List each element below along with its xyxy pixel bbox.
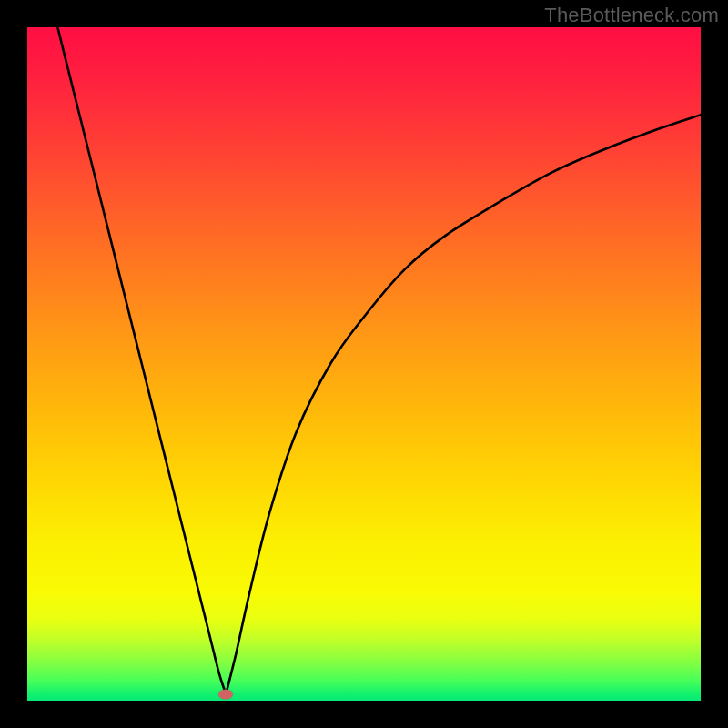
curve-left-branch xyxy=(57,27,226,694)
plot-area xyxy=(27,27,701,701)
bottleneck-curve xyxy=(27,27,701,701)
curve-right-branch xyxy=(226,115,701,693)
chart-frame: TheBottleneck.com xyxy=(0,0,728,728)
watermark-text: TheBottleneck.com xyxy=(544,4,719,27)
minimum-marker xyxy=(218,689,233,699)
